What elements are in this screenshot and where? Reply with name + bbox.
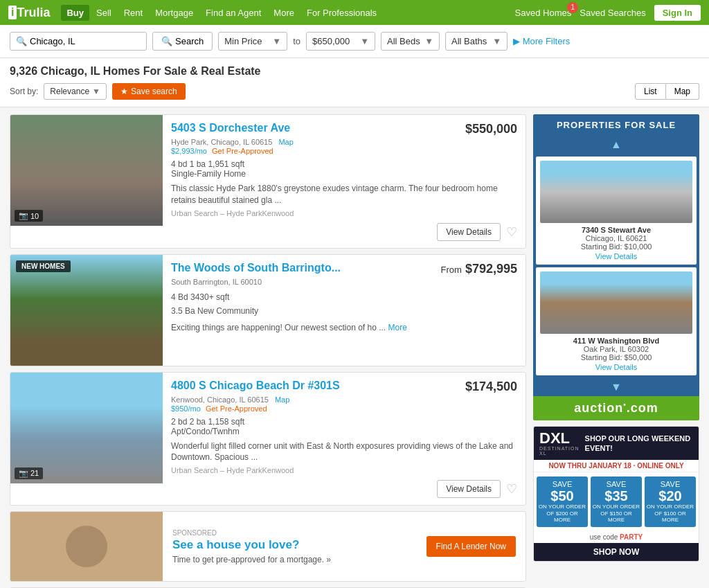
saved-searches-link[interactable]: Saved Searches — [580, 8, 645, 18]
view-details-btn-1[interactable]: View Details — [437, 223, 501, 241]
max-price-value: $650,000 — [312, 36, 350, 46]
dropdown-arrow: ▼ — [272, 36, 281, 46]
saved-homes-btn[interactable]: Saved Homes 1 — [515, 8, 572, 18]
save-label-2: SAVE — [592, 480, 640, 488]
image-count-badge-3[interactable]: 📷 21 — [15, 467, 43, 479]
listing-address-link[interactable]: 5403 S Dorchester Ave — [171, 122, 458, 134]
dropdown-arrow-2: ▼ — [360, 36, 369, 46]
baths-value: All Baths — [451, 36, 487, 46]
save-amount-2: $35 — [592, 488, 640, 504]
save-search-button[interactable]: ★ Save search — [112, 83, 186, 100]
listing-specs: 4 bd 1 ba 1,951 sqft Single-Family Home — [171, 159, 517, 179]
new-homes-badge: NEW HOMES — [16, 260, 71, 272]
sidebar-prop-link-1[interactable]: View Details — [540, 252, 692, 260]
more-filters-btn[interactable]: ▶ More Filters — [513, 36, 570, 46]
listing-monthly-3: $950/mo — [171, 404, 201, 413]
list-view-btn[interactable]: List — [635, 83, 666, 100]
image-count-badge[interactable]: 📷 10 — [15, 210, 43, 222]
save-amount-3: $20 — [646, 488, 694, 504]
listing-address-link-2[interactable]: The Woods of South Barringto... — [171, 262, 434, 274]
view-toggle: List Map — [635, 83, 699, 100]
find-lender-btn[interactable]: Find A Lender Now — [427, 536, 516, 557]
sidebar-property-1: 7340 S Stewart Ave Chicago, IL 60621 Sta… — [536, 157, 697, 265]
save-search-label: Save search — [131, 87, 177, 96]
properties-ad-title: PROPERTIES FOR SALE — [533, 114, 699, 136]
listings-column: 📷 10 5403 S Dorchester Ave $550,000 Hyde… — [10, 114, 526, 588]
nav-mortgage[interactable]: Mortgage — [150, 5, 199, 21]
sidebar-prop-bid-1: Starting Bid: $10,000 — [540, 242, 692, 251]
dxl-sub-logo: DESTINATION XL — [539, 446, 580, 456]
preapproved-link[interactable]: Get Pre-Approved — [212, 147, 273, 155]
save-sublabel-1: ON YOUR ORDER OF $200 OR MORE — [538, 504, 586, 524]
save-sublabel-2: ON YOUR ORDER OF $150 OR MORE — [592, 504, 640, 524]
listing-specs-2: 4 Bd 3430+ sqft 3.5 Ba New Community — [171, 290, 517, 319]
search-input[interactable] — [30, 36, 141, 46]
search-location-icon: 🔍 — [16, 36, 27, 46]
search-bar: 🔍 🔍 Search Min Price ▼ to $650,000 ▼ All… — [0, 25, 709, 58]
nav-for-professionals[interactable]: For Professionals — [301, 5, 382, 21]
search-input-wrap: 🔍 — [10, 32, 147, 51]
map-link[interactable]: Map — [278, 138, 293, 146]
auction-com: .com — [627, 401, 658, 415]
more-link[interactable]: More — [388, 323, 407, 332]
map-view-btn[interactable]: Map — [666, 83, 699, 100]
baths-filter[interactable]: All Baths ▼ — [445, 32, 508, 51]
image-count-3: 21 — [30, 469, 39, 477]
sidebar-prop-link-2[interactable]: View Details — [540, 363, 692, 371]
sidebar-property-2: 411 W Washington Blvd Oak Park, IL 60302… — [536, 267, 697, 375]
save-amount-1: $50 — [538, 488, 586, 504]
arrow-down[interactable]: ▼ — [533, 378, 699, 396]
preapproved-link-3[interactable]: Get Pre-Approved — [206, 404, 267, 413]
listing-image-1: 📷 10 — [10, 115, 163, 226]
sort-select[interactable]: Relevance ▼ — [44, 83, 107, 100]
sidebar-column: PROPERTIES FOR SALE ▲ 7340 S Stewart Ave… — [533, 114, 699, 562]
main-layout: 📷 10 5403 S Dorchester Ave $550,000 Hyde… — [0, 107, 709, 588]
camera-icon-3: 📷 — [19, 469, 28, 478]
nav-find-agent[interactable]: Find an Agent — [200, 5, 267, 21]
search-icon: 🔍 — [161, 36, 172, 46]
logo-text: trulia — [17, 6, 50, 20]
dxl-header: DXL DESTINATION XL SHOP OUR LONG WEEKEND… — [534, 427, 699, 460]
sort-label: Sort by: — [10, 87, 38, 96]
main-nav: i trulia Buy Sell Rent Mortgage Find an … — [0, 0, 709, 25]
listing-monthly: $2,993/mo — [171, 147, 207, 155]
nav-more[interactable]: More — [268, 5, 300, 21]
min-price-filter[interactable]: Min Price ▼ — [218, 32, 287, 51]
dxl-save-1: SAVE $50 ON YOUR ORDER OF $200 OR MORE — [537, 476, 588, 527]
favorite-btn-1[interactable]: ♡ — [506, 224, 517, 240]
nav-rent[interactable]: Rent — [118, 5, 148, 21]
dxl-save-2: SAVE $35 ON YOUR ORDER OF $150 OR MORE — [591, 476, 642, 527]
listing-location-3: Kenwood, Chicago, IL 60615 — [171, 395, 269, 404]
saved-homes-label: Saved Homes — [515, 8, 572, 18]
image-count: 10 — [30, 212, 39, 220]
dxl-savings: SAVE $50 ON YOUR ORDER OF $200 OR MORE S… — [534, 472, 699, 531]
listing-price-3: $174,500 — [465, 380, 517, 394]
beds-filter[interactable]: All Beds ▼ — [381, 32, 440, 51]
nav-sell[interactable]: Sell — [91, 5, 117, 21]
auction-label: auction — [574, 401, 623, 415]
sponsored-content: SPONSORED See a house you love? Time to … — [163, 512, 526, 581]
sidebar-prop-img-2 — [540, 271, 692, 334]
map-link-3[interactable]: Map — [275, 395, 289, 404]
max-price-filter[interactable]: $650,000 ▼ — [306, 32, 375, 51]
search-button[interactable]: 🔍 Search — [152, 32, 213, 51]
view-details-btn-3[interactable]: View Details — [437, 480, 501, 498]
min-price-label: Min Price — [224, 36, 262, 46]
sidebar-prop-city-1: Chicago, IL 60621 — [540, 234, 692, 242]
logo[interactable]: i trulia — [8, 6, 50, 20]
auction-bar[interactable]: auction•.com — [533, 396, 699, 420]
star-icon: ★ — [120, 87, 128, 96]
to-separator: to — [293, 36, 300, 46]
favorite-btn-3[interactable]: ♡ — [506, 481, 517, 497]
dxl-promo: NOW THRU JANUARY 18 · ONLINE ONLY — [534, 460, 699, 472]
nav-buy[interactable]: Buy — [61, 5, 89, 21]
results-header: 9,326 Chicago, IL Homes For Sale & Real … — [0, 58, 709, 107]
listing-content-3: 4800 S Chicago Beach Dr #301S $174,500 K… — [163, 373, 526, 506]
nav-links: Buy Sell Rent Mortgage Find an Agent Mor… — [61, 5, 514, 21]
sign-in-button[interactable]: Sign In — [654, 5, 701, 21]
listing-address-link-3[interactable]: 4800 S Chicago Beach Dr #301S — [171, 380, 458, 392]
dxl-shop-now-btn[interactable]: SHOP NOW — [534, 543, 699, 561]
arrow-up[interactable]: ▲ — [533, 136, 699, 154]
camera-icon: 📷 — [19, 211, 28, 220]
listing-source-3: Urban Search – Hyde ParkKenwood — [171, 466, 517, 474]
